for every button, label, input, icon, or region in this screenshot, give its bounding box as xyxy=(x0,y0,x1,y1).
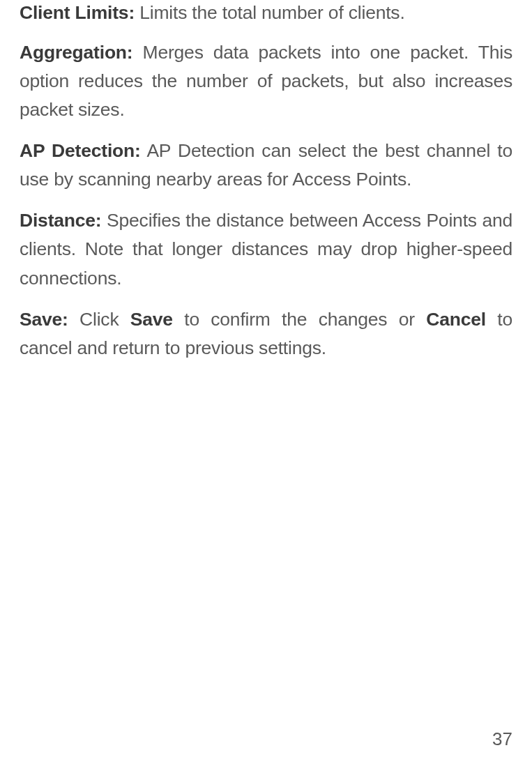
term-client-limits: Client Limits: xyxy=(20,2,135,23)
desc-client-limits: Limits the total number of clients. xyxy=(135,2,405,23)
entry-aggregation: Aggregation: Merges data packets into on… xyxy=(20,38,512,124)
entry-ap-detection: AP Detection: AP Detection can select th… xyxy=(20,137,512,194)
page-number: 37 xyxy=(492,728,512,750)
save-bold-save: Save xyxy=(130,309,173,330)
term-aggregation: Aggregation: xyxy=(20,42,132,63)
term-save: Save: xyxy=(20,309,68,330)
entry-client-limits: Client Limits: Limits the total number o… xyxy=(20,0,512,26)
document-content: Client Limits: Limits the total number o… xyxy=(20,0,512,362)
entry-distance: Distance: Specifies the distance between… xyxy=(20,206,512,292)
save-part1: Click xyxy=(68,309,130,330)
term-distance: Distance: xyxy=(20,210,102,231)
save-bold-cancel: Cancel xyxy=(426,309,486,330)
save-part2: to confirm the changes or xyxy=(173,309,426,330)
entry-save: Save: Click Save to confirm the changes … xyxy=(20,305,512,362)
term-ap-detection: AP Detection: xyxy=(20,140,141,161)
